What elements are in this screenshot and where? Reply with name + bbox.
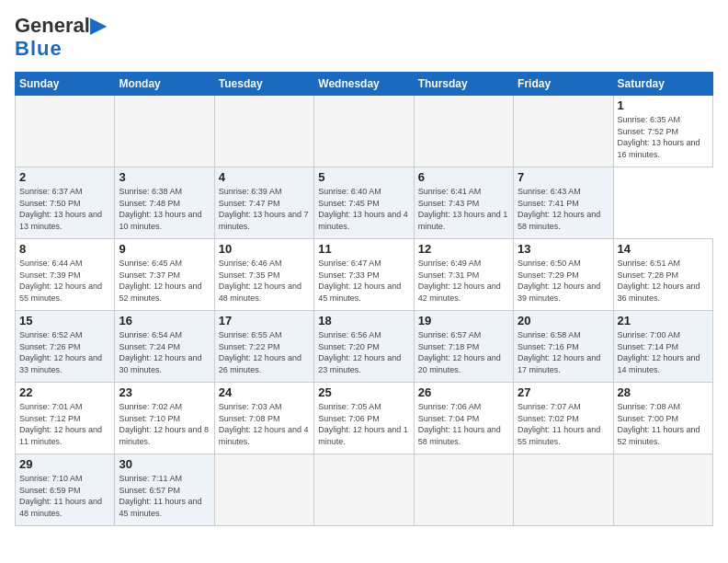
- weekday-monday: Monday: [115, 73, 214, 96]
- calendar-day-16: 16Sunrise: 6:54 AMSunset: 7:24 PMDayligh…: [115, 311, 214, 383]
- calendar-day-21: 21Sunrise: 7:00 AMSunset: 7:14 PMDayligh…: [613, 311, 712, 383]
- calendar-day-12: 12Sunrise: 6:49 AMSunset: 7:31 PMDayligh…: [414, 239, 513, 311]
- calendar-day-19: 19Sunrise: 6:57 AMSunset: 7:18 PMDayligh…: [414, 311, 513, 383]
- calendar-day-30: 30Sunrise: 7:11 AMSunset: 6:57 PMDayligh…: [115, 454, 214, 526]
- calendar-week-2: 8Sunrise: 6:44 AMSunset: 7:39 PMDaylight…: [16, 239, 713, 311]
- calendar-day-15: 15Sunrise: 6:52 AMSunset: 7:26 PMDayligh…: [16, 311, 115, 383]
- weekday-sunday: Sunday: [16, 73, 115, 96]
- empty-cell: [514, 96, 613, 167]
- weekday-thursday: Thursday: [414, 73, 513, 96]
- empty-cell: [214, 454, 313, 526]
- empty-cell: [214, 96, 313, 167]
- calendar-day-10: 10Sunrise: 6:46 AMSunset: 7:35 PMDayligh…: [214, 239, 313, 311]
- calendar-day-24: 24Sunrise: 7:03 AMSunset: 7:08 PMDayligh…: [214, 383, 313, 454]
- empty-cell: [414, 96, 513, 167]
- logo: General▶ Blue: [15, 15, 106, 61]
- calendar-day-2: 2Sunrise: 6:37 AMSunset: 7:50 PMDaylight…: [16, 167, 115, 239]
- header: General▶ Blue: [15, 15, 713, 61]
- weekday-friday: Friday: [514, 73, 613, 96]
- calendar-week-0: 1Sunrise: 6:35 AMSunset: 7:52 PMDaylight…: [16, 96, 713, 167]
- logo-blue: Blue: [15, 37, 63, 61]
- calendar-day-27: 27Sunrise: 7:07 AMSunset: 7:02 PMDayligh…: [514, 383, 613, 454]
- calendar-day-1: 1Sunrise: 6:35 AMSunset: 7:52 PMDaylight…: [613, 96, 712, 167]
- weekday-saturday: Saturday: [613, 73, 712, 96]
- logo-text: General▶: [15, 15, 106, 37]
- calendar-week-4: 22Sunrise: 7:01 AMSunset: 7:12 PMDayligh…: [16, 383, 713, 454]
- page: General▶ Blue SundayMondayTuesdayWednesd…: [0, 0, 728, 541]
- calendar-table: SundayMondayTuesdayWednesdayThursdayFrid…: [15, 72, 713, 526]
- weekday-tuesday: Tuesday: [214, 73, 313, 96]
- weekday-header: SundayMondayTuesdayWednesdayThursdayFrid…: [16, 73, 713, 96]
- calendar-day-18: 18Sunrise: 6:56 AMSunset: 7:20 PMDayligh…: [314, 311, 414, 383]
- empty-cell: [16, 96, 115, 167]
- calendar-day-6: 6Sunrise: 6:41 AMSunset: 7:43 PMDaylight…: [414, 167, 513, 239]
- calendar-day-23: 23Sunrise: 7:02 AMSunset: 7:10 PMDayligh…: [115, 383, 214, 454]
- empty-cell: [314, 454, 414, 526]
- calendar-day-8: 8Sunrise: 6:44 AMSunset: 7:39 PMDaylight…: [16, 239, 115, 311]
- calendar-day-26: 26Sunrise: 7:06 AMSunset: 7:04 PMDayligh…: [414, 383, 513, 454]
- calendar-day-22: 22Sunrise: 7:01 AMSunset: 7:12 PMDayligh…: [16, 383, 115, 454]
- calendar-week-3: 15Sunrise: 6:52 AMSunset: 7:26 PMDayligh…: [16, 311, 713, 383]
- calendar-day-4: 4Sunrise: 6:39 AMSunset: 7:47 PMDaylight…: [214, 167, 313, 239]
- calendar-day-29: 29Sunrise: 7:10 AMSunset: 6:59 PMDayligh…: [16, 454, 115, 526]
- calendar-day-11: 11Sunrise: 6:47 AMSunset: 7:33 PMDayligh…: [314, 239, 414, 311]
- empty-cell: [613, 454, 712, 526]
- calendar-week-5: 29Sunrise: 7:10 AMSunset: 6:59 PMDayligh…: [16, 454, 713, 526]
- calendar-week-1: 2Sunrise: 6:37 AMSunset: 7:50 PMDaylight…: [16, 167, 713, 239]
- calendar-day-14: 14Sunrise: 6:51 AMSunset: 7:28 PMDayligh…: [613, 239, 712, 311]
- empty-cell: [414, 454, 513, 526]
- empty-cell: [115, 96, 214, 167]
- calendar-day-7: 7Sunrise: 6:43 AMSunset: 7:41 PMDaylight…: [514, 167, 613, 239]
- calendar-day-5: 5Sunrise: 6:40 AMSunset: 7:45 PMDaylight…: [314, 167, 414, 239]
- calendar-day-3: 3Sunrise: 6:38 AMSunset: 7:48 PMDaylight…: [115, 167, 214, 239]
- calendar-day-28: 28Sunrise: 7:08 AMSunset: 7:00 PMDayligh…: [613, 383, 712, 454]
- empty-cell: [314, 96, 414, 167]
- weekday-wednesday: Wednesday: [314, 73, 414, 96]
- calendar-day-17: 17Sunrise: 6:55 AMSunset: 7:22 PMDayligh…: [214, 311, 313, 383]
- calendar-day-9: 9Sunrise: 6:45 AMSunset: 7:37 PMDaylight…: [115, 239, 214, 311]
- calendar-day-25: 25Sunrise: 7:05 AMSunset: 7:06 PMDayligh…: [314, 383, 414, 454]
- calendar-day-20: 20Sunrise: 6:58 AMSunset: 7:16 PMDayligh…: [514, 311, 613, 383]
- empty-cell: [514, 454, 613, 526]
- calendar-day-13: 13Sunrise: 6:50 AMSunset: 7:29 PMDayligh…: [514, 239, 613, 311]
